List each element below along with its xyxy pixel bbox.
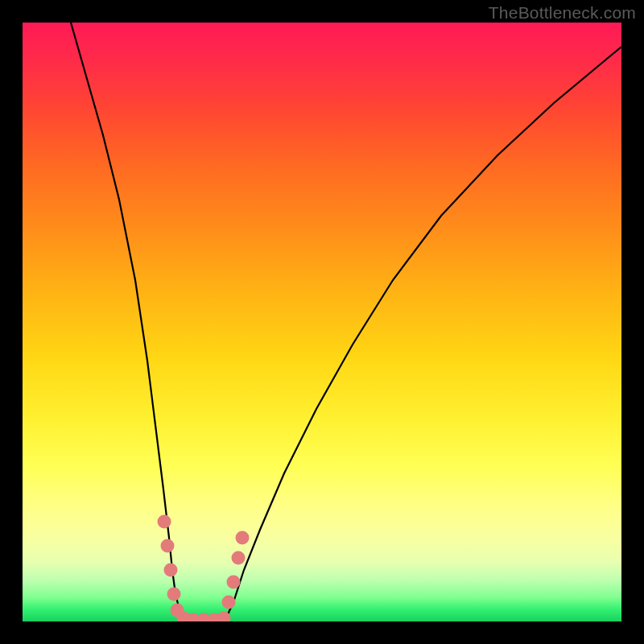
highlight-dot [164,564,178,577]
highlight-dot [158,515,171,529]
plot-area [23,23,621,621]
bottleneck-curve-svg [23,23,621,621]
highlight-dot [222,596,236,609]
highlight-dot [167,588,181,601]
highlight-dot [227,576,241,589]
highlight-dot [161,539,175,553]
highlight-dots-group [158,515,250,622]
watermark-text: TheBottleneck.com [489,3,636,23]
bottleneck-curve-line [71,23,621,620]
highlight-dot [236,531,250,545]
chart-frame: TheBottleneck.com [0,0,644,644]
highlight-dot [232,551,246,565]
